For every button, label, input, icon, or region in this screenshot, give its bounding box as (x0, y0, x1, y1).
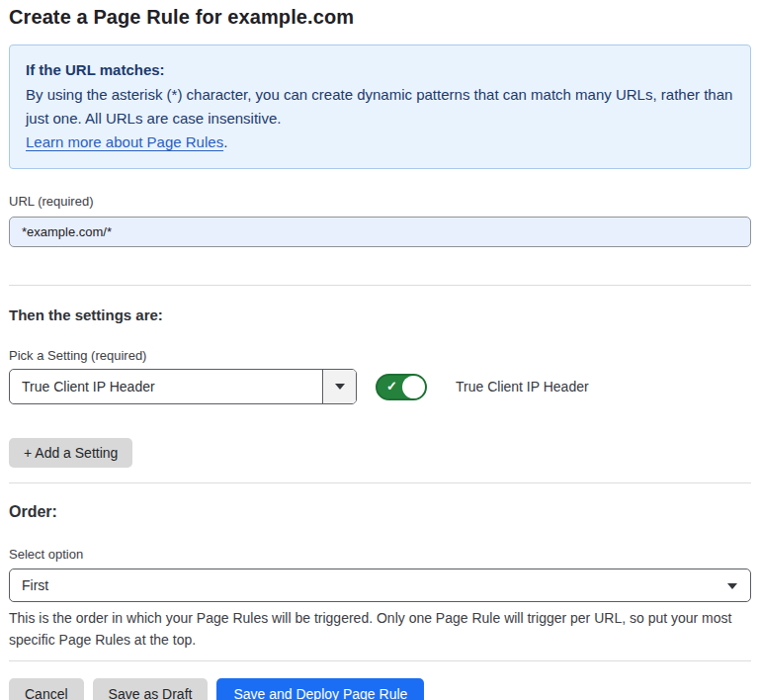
url-match-info-callout: If the URL matches: By using the asteris… (9, 44, 751, 169)
divider (9, 285, 751, 286)
check-icon: ✓ (386, 380, 397, 393)
divider (9, 660, 751, 661)
settings-section-heading: Then the settings are: (9, 306, 751, 323)
pick-setting-label: Pick a Setting (required) (9, 348, 751, 363)
setting-select-arrow-button[interactable] (322, 370, 356, 403)
setting-select[interactable]: True Client IP Header (9, 369, 357, 404)
toggle-group: ✓ True Client IP Header (376, 374, 589, 400)
toggle-knob (402, 376, 425, 398)
save-draft-button[interactable]: Save as Draft (93, 678, 209, 700)
save-deploy-button[interactable]: Save and Deploy Page Rule (216, 678, 424, 700)
page-rule-form: Create a Page Rule for example.com If th… (0, 0, 760, 700)
order-select-value: First (22, 577, 48, 593)
info-callout-body: By using the asterisk (*) character, you… (26, 83, 734, 154)
cancel-button[interactable]: Cancel (9, 678, 84, 700)
info-callout-text: By using the asterisk (*) character, you… (26, 86, 732, 127)
chevron-down-icon (727, 583, 737, 589)
url-input[interactable] (9, 217, 751, 247)
order-help-text: This is the order in which your Page Rul… (9, 607, 745, 651)
toggle-label: True Client IP Header (456, 379, 589, 394)
order-select[interactable]: First (9, 569, 751, 602)
true-client-ip-toggle[interactable]: ✓ (376, 374, 427, 400)
url-field-label: URL (required) (9, 194, 751, 209)
setting-row: True Client IP Header ✓ True Client IP H… (9, 369, 751, 404)
link-period: . (223, 133, 227, 150)
divider (9, 482, 751, 483)
add-setting-button[interactable]: + Add a Setting (9, 438, 132, 468)
info-callout-heading: If the URL matches: (26, 58, 734, 82)
learn-more-link[interactable]: Learn more about Page Rules (26, 133, 223, 150)
chevron-down-icon (335, 384, 345, 390)
page-title: Create a Page Rule for example.com (9, 6, 751, 29)
order-section-heading: Order: (9, 503, 751, 521)
footer-actions: Cancel Save as Draft Save and Deploy Pag… (9, 678, 751, 700)
order-select-label: Select option (9, 547, 751, 562)
setting-select-value: True Client IP Header (10, 370, 322, 403)
